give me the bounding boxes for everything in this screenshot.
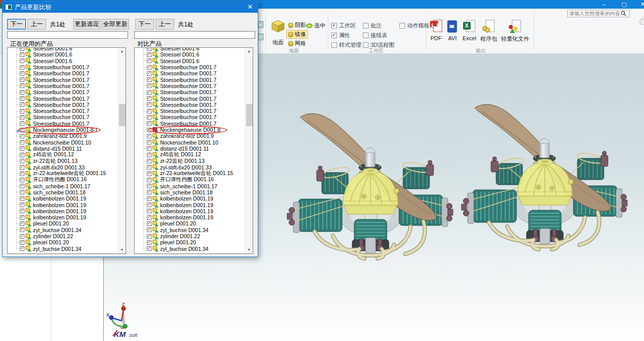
tree-item[interactable]: zylinder D001.22 (135, 233, 245, 239)
item-checkbox[interactable] (147, 96, 151, 101)
current-product-tree[interactable]: Stoessel D001.6 Stoessel D001.6 (7, 47, 126, 254)
ground-small-button[interactable]: 网格 (286, 39, 308, 48)
item-checkbox[interactable] (20, 59, 24, 63)
dialog-close-button[interactable]: ✕ (242, 2, 258, 13)
maximize-button[interactable]: ▢ (620, 1, 628, 8)
tree-item[interactable]: Stoesselbuchse D001.7 (135, 114, 245, 120)
item-checkbox[interactable] (147, 71, 151, 76)
tree-item[interactable]: Stoessel D001.6 (135, 58, 245, 64)
tree-item[interactable]: zylinder D001.22 (8, 233, 118, 239)
engine-model-right[interactable] (462, 104, 627, 249)
item-checkbox[interactable] (147, 90, 151, 95)
tree-item[interactable]: Stoessel D001.6 (8, 47, 118, 51)
item-checkbox[interactable] (20, 77, 24, 82)
item-checkbox[interactable] (147, 240, 151, 245)
item-checkbox[interactable] (147, 209, 151, 213)
tree-item[interactable]: distanz-d15 D001.11 (8, 146, 118, 152)
tree-item[interactable]: kolbenbolzen D001.19 (135, 202, 245, 208)
item-checkbox[interactable] (20, 153, 24, 157)
tree-item[interactable]: sich_scheibe D001.18 (135, 189, 245, 195)
filter-field-left[interactable] (7, 31, 128, 39)
item-checkbox[interactable] (147, 246, 151, 251)
item-checkbox[interactable] (20, 146, 24, 151)
scrollbar-right-list[interactable]: ▲ ▼ (245, 48, 253, 253)
item-checkbox[interactable] (147, 165, 151, 169)
item-checkbox[interactable] (20, 52, 24, 57)
item-checkbox[interactable] (147, 128, 151, 132)
tree-item[interactable]: kolbenbolzen D001.19 (8, 214, 118, 220)
item-checkbox[interactable] (147, 228, 151, 232)
tree-item[interactable]: z45齿轮 D001.12 (135, 152, 245, 158)
item-checkbox[interactable] (147, 221, 151, 226)
checkbox-icon[interactable] (331, 33, 337, 38)
item-checkbox[interactable] (147, 134, 151, 138)
compare-product-tree[interactable]: Stoessel D001.6 Stoessel D001.6 (134, 47, 253, 254)
tree-item[interactable]: Stoesselbuchse D001.7 (135, 108, 245, 114)
prev-diff-button-right[interactable]: 上一处 (156, 19, 174, 30)
item-checkbox[interactable] (20, 246, 24, 251)
tree-item[interactable]: z45齿轮 D001.12 (8, 152, 118, 158)
tree-item[interactable]: pleuel D001.20 (135, 239, 245, 245)
scroll-down-icon[interactable]: ▼ (246, 246, 253, 253)
item-checkbox[interactable] (20, 128, 24, 132)
item-checkbox[interactable] (20, 109, 24, 113)
checkbox-icon[interactable] (363, 33, 369, 38)
dialog-titlebar[interactable]: 产品更新比较 ✕ (3, 2, 258, 13)
item-checkbox[interactable] (147, 159, 151, 163)
checkbox-icon[interactable] (331, 23, 337, 29)
tree-item[interactable]: Stoesselbuchse D001.7 (8, 64, 118, 70)
account-button[interactable] (639, 18, 644, 25)
tree-item[interactable]: Stoesselbuchse D001.7 (8, 70, 118, 76)
workspace-checkbox[interactable]: 接线表 (363, 31, 400, 40)
workspace-checkbox[interactable]: 批注 (363, 21, 400, 31)
next-diff-button-right[interactable]: 下一处 (135, 19, 154, 30)
item-checkbox[interactable] (20, 115, 24, 120)
tree-item[interactable]: Stoesselbuchse D001.7 (8, 102, 118, 108)
item-checkbox[interactable] (20, 140, 24, 145)
output-button[interactable]: PDF (428, 19, 444, 48)
prev-diff-button-left[interactable]: 上一处 (27, 19, 46, 30)
tree-item[interactable]: pleuel D001.20 (135, 220, 245, 226)
tree-item[interactable]: Stoesselbuchse D001.7 (135, 89, 245, 95)
item-checkbox[interactable] (20, 172, 24, 176)
item-checkbox[interactable] (20, 165, 24, 169)
output-button[interactable]: AVI (444, 19, 461, 48)
item-checkbox[interactable] (20, 121, 24, 126)
item-checkbox[interactable] (20, 190, 24, 194)
tree-item[interactable]: zyl-stift-6x20 D001.33 (8, 164, 118, 170)
item-checkbox[interactable] (147, 190, 151, 194)
tree-item[interactable]: Stoesselbuchse D001.7 (8, 108, 118, 114)
item-checkbox[interactable] (147, 109, 151, 113)
update-all-button[interactable]: 全部更新 (102, 19, 129, 30)
item-checkbox[interactable] (20, 71, 24, 76)
tree-item[interactable]: Stoesselbuchse D001.7 (135, 95, 245, 101)
item-checkbox[interactable] (147, 47, 151, 51)
tree-item[interactable]: zahnkranz-60z D001.9 (135, 133, 245, 139)
tree-item[interactable]: zr-22-kurbelwelle齿轮 D001.15 (135, 170, 245, 177)
tree-item[interactable]: sich_scheibe-1 D001.17 (135, 183, 245, 189)
tree-item[interactable]: 开口弹性挡圈 D001.16 (8, 177, 118, 183)
update-selected-button[interactable]: 更新选定 (73, 19, 101, 30)
tree-item[interactable]: zr-22齿轮 D001.13 (135, 158, 245, 164)
scrollbar-left-list[interactable]: ▲ ▼ (118, 48, 126, 253)
tree-item[interactable]: kolbenbolzen D001.19 (8, 202, 118, 208)
item-checkbox[interactable] (147, 52, 151, 57)
item-checkbox[interactable] (147, 77, 151, 82)
item-checkbox[interactable] (20, 159, 24, 163)
tree-item[interactable]: Stoesselbuchse D001.7 (8, 76, 118, 82)
item-checkbox[interactable] (20, 184, 24, 188)
item-checkbox[interactable] (147, 140, 151, 145)
tree-item[interactable]: Stoessel D001.6 (135, 51, 245, 58)
scroll-down-icon[interactable]: ▼ (118, 246, 126, 253)
item-checkbox[interactable] (20, 240, 24, 245)
tree-item[interactable]: kolbenbolzen D001.19 (135, 195, 245, 202)
tree-item[interactable]: Stoesselbuchse D001.7 (135, 76, 245, 82)
tree-item[interactable]: Nockenscheibe D001.10 (135, 139, 245, 145)
tree-item[interactable]: Stoessel D001.6 (135, 47, 245, 51)
ribbon-search[interactable] (567, 10, 630, 17)
tree-item[interactable]: Stoessel D001.6 (8, 51, 118, 58)
tree-item[interactable]: Stoesselbuchse D001.7 (135, 70, 245, 76)
tree-item[interactable]: Nockengehaeuse D001.8 (135, 127, 245, 133)
close-button[interactable]: ✕ (638, 1, 644, 8)
output-button[interactable]: 轻量化文件 (499, 19, 531, 48)
